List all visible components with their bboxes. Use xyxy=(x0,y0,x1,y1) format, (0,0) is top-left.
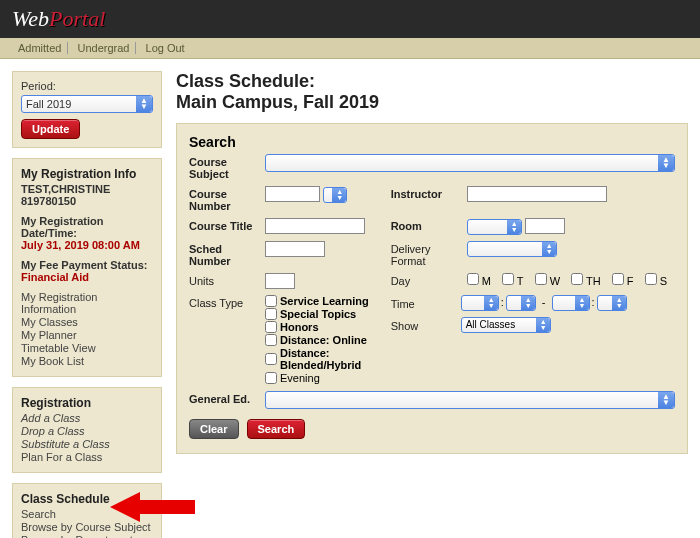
period-block: Period: Fall 2019 ▲▼ Update xyxy=(12,71,162,148)
course-subject-select[interactable]: ▲▼ xyxy=(265,154,675,172)
student-name: TEST,CHRISTINE xyxy=(21,183,153,195)
delivery-format-select[interactable]: ▲▼ xyxy=(467,241,557,257)
day-m-checkbox[interactable] xyxy=(467,273,479,285)
label-delivery-format: Delivery Format xyxy=(391,241,461,267)
top-nav: Admitted Undergrad Log Out xyxy=(0,38,700,59)
label-general-ed: General Ed. xyxy=(189,391,259,405)
label-time: Time xyxy=(391,296,461,310)
page-title: Class Schedule: Main Campus, Fall 2019 xyxy=(176,71,688,113)
course-number-input[interactable] xyxy=(265,186,320,202)
main-content: Class Schedule: Main Campus, Fall 2019 S… xyxy=(176,71,688,538)
class-type-list: Service Learning Special Topics Honors D… xyxy=(265,295,385,385)
class-schedule-block: Class Schedule Search Browse by Course S… xyxy=(12,483,162,538)
logo-part1: Web xyxy=(12,6,49,31)
course-number-suffix-select[interactable]: ▲▼ xyxy=(323,187,347,203)
nav-logout[interactable]: Log Out xyxy=(146,42,185,54)
room-building-select[interactable]: ▲▼ xyxy=(467,219,522,235)
day-f-checkbox[interactable] xyxy=(612,273,624,285)
chevron-updown-icon: ▲▼ xyxy=(540,319,547,331)
chevron-updown-icon: ▲▼ xyxy=(336,189,343,201)
instructor-input[interactable] xyxy=(467,186,607,202)
link-search[interactable]: Search xyxy=(21,508,153,520)
time-from-hour-select[interactable]: ▲▼ xyxy=(461,295,499,311)
label-course-subject: Course Subject xyxy=(189,154,259,180)
logo-part2: Portal xyxy=(49,6,105,31)
fee-value: Financial Aid xyxy=(21,271,153,283)
general-ed-select[interactable]: ▲▼ xyxy=(265,391,675,409)
registration-heading: Registration xyxy=(21,396,153,410)
fee-label: My Fee Payment Status: xyxy=(21,259,153,271)
sidebar: Period: Fall 2019 ▲▼ Update My Registrat… xyxy=(12,71,162,538)
time-to-hour-select[interactable]: ▲▼ xyxy=(552,295,590,311)
show-select[interactable]: All Classes▲▼ xyxy=(461,317,551,333)
chevron-updown-icon: ▲▼ xyxy=(511,221,518,233)
chevron-updown-icon: ▲▼ xyxy=(579,297,586,309)
chevron-updown-icon: ▲▼ xyxy=(140,98,148,110)
link-browse-dept[interactable]: Browse by Department xyxy=(21,534,153,538)
period-label: Period: xyxy=(21,80,153,92)
ct-special-checkbox[interactable] xyxy=(265,308,277,320)
label-instructor: Instructor xyxy=(391,186,461,200)
link-booklist[interactable]: My Book List xyxy=(21,355,153,367)
label-day: Day xyxy=(391,273,461,287)
chevron-updown-icon: ▲▼ xyxy=(488,297,495,309)
period-select[interactable]: Fall 2019 ▲▼ xyxy=(21,95,153,113)
clear-button[interactable]: Clear xyxy=(189,419,239,439)
day-t-checkbox[interactable] xyxy=(502,273,514,285)
chevron-updown-icon: ▲▼ xyxy=(616,297,623,309)
day-s-checkbox[interactable] xyxy=(645,273,657,285)
label-units: Units xyxy=(189,273,259,287)
link-plan-class[interactable]: Plan For a Class xyxy=(21,451,153,463)
link-sub-class[interactable]: Substitute a Class xyxy=(21,438,153,450)
logo: WebPortal xyxy=(12,6,105,31)
label-class-type: Class Type xyxy=(189,295,259,309)
header-bar: WebPortal xyxy=(0,0,700,38)
time-to-min-select[interactable]: ▲▼ xyxy=(597,295,627,311)
link-browse-subject[interactable]: Browse by Course Subject xyxy=(21,521,153,533)
label-show: Show xyxy=(391,318,461,332)
ct-online-checkbox[interactable] xyxy=(265,334,277,346)
chevron-updown-icon: ▲▼ xyxy=(525,297,532,309)
units-input[interactable] xyxy=(265,273,295,289)
course-title-input[interactable] xyxy=(265,218,365,234)
chevron-updown-icon: ▲▼ xyxy=(546,243,553,255)
label-room: Room xyxy=(391,218,461,232)
registration-info-block: My Registration Info TEST,CHRISTINE 8197… xyxy=(12,158,162,377)
regdate-value: July 31, 2019 08:00 AM xyxy=(21,239,153,251)
ct-service-checkbox[interactable] xyxy=(265,295,277,307)
reginfo-heading: My Registration Info xyxy=(21,167,153,181)
ct-honors-checkbox[interactable] xyxy=(265,321,277,333)
label-sched-number: Sched Number xyxy=(189,241,259,267)
link-timetable[interactable]: Timetable View xyxy=(21,342,153,354)
nav-admitted[interactable]: Admitted xyxy=(18,42,61,54)
link-reginfo[interactable]: My Registration Information xyxy=(21,291,153,315)
student-id: 819780150 xyxy=(21,195,153,207)
link-myplanner[interactable]: My Planner xyxy=(21,329,153,341)
ct-evening-checkbox[interactable] xyxy=(265,372,277,384)
room-number-input[interactable] xyxy=(525,218,565,234)
day-w-checkbox[interactable] xyxy=(535,273,547,285)
search-button[interactable]: Search xyxy=(247,419,306,439)
label-course-title: Course Title xyxy=(189,218,259,232)
regdate-label: My Registration Date/Time: xyxy=(21,215,153,239)
link-add-class[interactable]: Add a Class xyxy=(21,412,153,424)
schedule-heading: Class Schedule xyxy=(21,492,153,506)
update-button[interactable]: Update xyxy=(21,119,80,139)
link-drop-class[interactable]: Drop a Class xyxy=(21,425,153,437)
chevron-updown-icon: ▲▼ xyxy=(662,157,670,169)
chevron-updown-icon: ▲▼ xyxy=(662,394,670,406)
ct-blended-checkbox[interactable] xyxy=(265,353,277,365)
search-heading: Search xyxy=(189,134,675,150)
nav-undergrad[interactable]: Undergrad xyxy=(77,42,129,54)
label-course-number: Course Number xyxy=(189,186,259,212)
registration-block: Registration Add a Class Drop a Class Su… xyxy=(12,387,162,473)
day-th-checkbox[interactable] xyxy=(571,273,583,285)
search-panel: Search Course Subject ▲▼ Course Number ▲… xyxy=(176,123,688,454)
link-myclasses[interactable]: My Classes xyxy=(21,316,153,328)
day-row: M T W TH F S xyxy=(467,273,675,287)
sched-number-input[interactable] xyxy=(265,241,325,257)
time-from-min-select[interactable]: ▲▼ xyxy=(506,295,536,311)
time-row: ▲▼:▲▼ - ▲▼:▲▼ xyxy=(461,295,675,311)
